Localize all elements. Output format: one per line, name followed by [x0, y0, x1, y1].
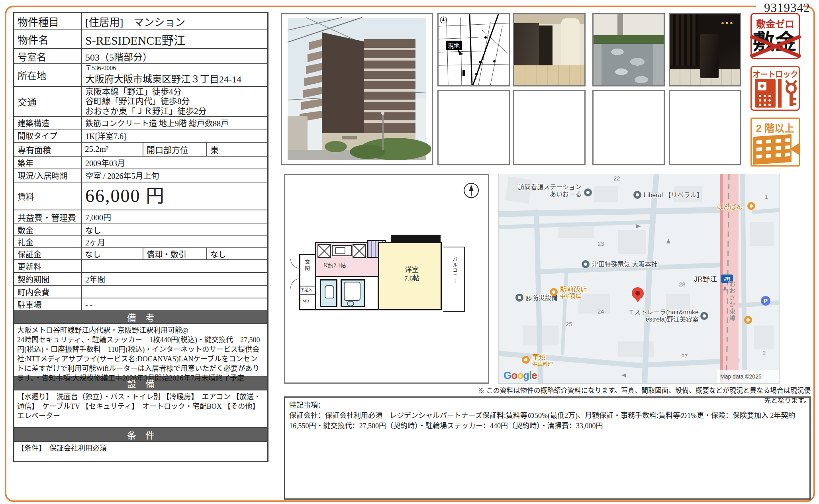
photo-building-exterior: [281, 13, 433, 165]
block-number: 23: [598, 240, 604, 247]
badge-second-floor-title: 2 階以上: [752, 120, 799, 135]
poi-pin-cafe[interactable]: [747, 202, 755, 210]
row-value: 空室 / 2026年5月上旬: [82, 169, 267, 182]
photo-stone-walkway: [592, 13, 665, 86]
table-row: 物件名S-RESIDENCE野江: [14, 30, 267, 49]
block-number: 25: [566, 321, 572, 328]
row-value: 2ヶ月: [82, 236, 267, 247]
row-value: 25.2m²: [82, 143, 143, 156]
row-value: 2年間: [82, 273, 267, 285]
poi-label-line: 中華料理: [560, 294, 587, 300]
poi-pin-cafe[interactable]: [744, 316, 752, 324]
map-attribution: Map data ©2025: [720, 373, 762, 380]
row-label: 物件種目: [14, 13, 82, 29]
poi-label-line: あいおーる: [502, 191, 582, 198]
poi-pin[interactable]: [633, 191, 641, 199]
badge-no-deposit: 敷金ゼロ 敷金: [750, 13, 800, 59]
row-label: 償却・敷引: [143, 248, 207, 259]
poi-pin-restaurant[interactable]: [550, 288, 558, 296]
table-row: 保証金なし償却・敷引なし: [14, 248, 267, 260]
door-swing-arc: [290, 259, 300, 269]
site-map-marker-label: 現地: [446, 41, 462, 50]
poi-label[interactable]: 津田特殊電気 大阪本社: [592, 261, 657, 268]
poi-label-line: 訪問看護ステーション: [502, 184, 582, 191]
access-line: 谷町線「野江内代」徒歩8分: [85, 96, 264, 106]
block-number: 24: [598, 308, 604, 315]
building-exterior-art: [282, 14, 432, 164]
intercom-icon: [755, 79, 776, 108]
postal-code: 〒536-0006: [85, 65, 264, 72]
row-value: [住居用] マンション: [82, 13, 267, 29]
row-value: 503（5階部分）: [82, 49, 267, 63]
badge-auto-lock-title: オートロック: [752, 68, 799, 80]
table-row: 更新料: [14, 260, 267, 273]
row-label: 築年: [14, 157, 82, 169]
destination-marker[interactable]: [632, 287, 644, 299]
table-row: 間取タイプ1K[洋室7.6]: [14, 129, 267, 143]
row-label: 物件名: [14, 30, 82, 48]
poi-label[interactable]: Liberal 【リベラル】: [644, 192, 703, 199]
row-label: 間取タイプ: [14, 129, 82, 142]
poi-pin-restaurant[interactable]: [522, 356, 530, 364]
property-sheet: 9319342 物件種目[住居用] マンション 物件名S-RESIDENCE野江…: [0, 0, 819, 504]
row-value: [82, 260, 267, 272]
property-name: S-RESIDENCE野江: [82, 30, 267, 48]
row-label: 保証金: [14, 248, 82, 259]
row-label: 礼金: [14, 236, 82, 247]
sink-basin: [335, 247, 345, 254]
photo-site-sketch-map: 現地: [437, 13, 510, 86]
balcony-label: バルコニー: [451, 257, 458, 284]
conditions-text: 【条件】 保証会社利用必須: [14, 442, 267, 461]
photo-marble-wall: [669, 13, 741, 86]
block-number: 1: [765, 193, 768, 200]
poi-label-line: 華翔: [532, 353, 553, 361]
conditions-header: 条 件: [14, 428, 267, 442]
row-label: 賃料: [14, 182, 82, 210]
badge-second-floor-up: 2 階以上: [750, 118, 800, 167]
floorplan-panel: 玄関 下足入 MB K約2.1帖 洋室 7.6帖 バルコニー: [284, 174, 489, 384]
walkway-stones: [602, 44, 653, 85]
poi-label[interactable]: エストレーラ(hair&make estrela)野江美容室: [614, 309, 699, 324]
row-label: 所在地: [14, 64, 82, 86]
table-row: 現況/入居時期空室 / 2026年5月上旬: [14, 169, 267, 182]
compass-needle: [469, 185, 474, 191]
photo-placeholder-empty: [592, 90, 665, 165]
poi-pin[interactable]: [700, 312, 708, 320]
special-notes-body: 保証会社：保証会社利用必須 レジデンシャルパートナーズ保証料:賃料等の50%(最…: [289, 410, 805, 431]
google-letter: G: [504, 369, 511, 381]
poi-label[interactable]: 訪問看護ステーション あいおーる: [502, 184, 582, 198]
table-row: 礼金2ヶ月: [14, 236, 267, 248]
meter-box-label: MB: [302, 298, 309, 303]
crossed-deposit-text: 敷金: [752, 30, 799, 54]
poi-label[interactable]: 駅前飯店 中華料理: [560, 286, 587, 299]
poi-label-line: 駅前飯店: [560, 286, 587, 294]
poi-pin[interactable]: [515, 294, 523, 302]
table-row: 築年2009年03月: [14, 157, 267, 169]
table-row: 所在地 〒536-0006大阪府大阪市城東区野江３丁目24-14: [14, 64, 267, 87]
special-notes-box: 特記事項： 保証会社：保証会社利用必須 レジデンシャルパートナーズ保証料:賃料等…: [284, 396, 811, 500]
poi-label[interactable]: ばんばん: [717, 204, 743, 211]
remarks-header: 備 考: [14, 311, 267, 324]
sketch-map-art: [439, 14, 509, 85]
shoe-box-label: 下足入: [300, 286, 312, 292]
intercom-lens: [760, 84, 764, 88]
poi-pin[interactable]: [582, 260, 590, 268]
stove-icon: [317, 244, 331, 258]
lobby-dark-wall: [514, 23, 539, 67]
poi-pin[interactable]: [584, 188, 592, 196]
google-letter: o: [517, 369, 523, 381]
row-value: 7,000円: [82, 210, 267, 224]
drain-icon: [347, 301, 354, 306]
station-label[interactable]: JR野江: [694, 275, 717, 284]
marble-post: [700, 34, 719, 78]
parking-icon[interactable]: P: [761, 296, 770, 306]
address-cell: 〒536-0006大阪府大阪市城東区野江３丁目24-14: [82, 64, 267, 86]
row-label: 号室名: [14, 49, 82, 63]
google-map[interactable]: 22 23 28 24 25 27 1 2 3丁目 訪問看護ステーション あいお…: [498, 174, 780, 384]
bathtub-icon: [344, 282, 361, 301]
table-row: 号室名503（5階部分）: [14, 49, 267, 64]
row-label: 敷金: [14, 224, 82, 235]
table-row: 共益費・管理費7,000円: [14, 210, 267, 224]
poi-label[interactable]: 華翔 中華料理: [532, 353, 553, 367]
row-value: 鉄筋コンクリート造 地上9階 総戸数88戸: [82, 117, 267, 129]
